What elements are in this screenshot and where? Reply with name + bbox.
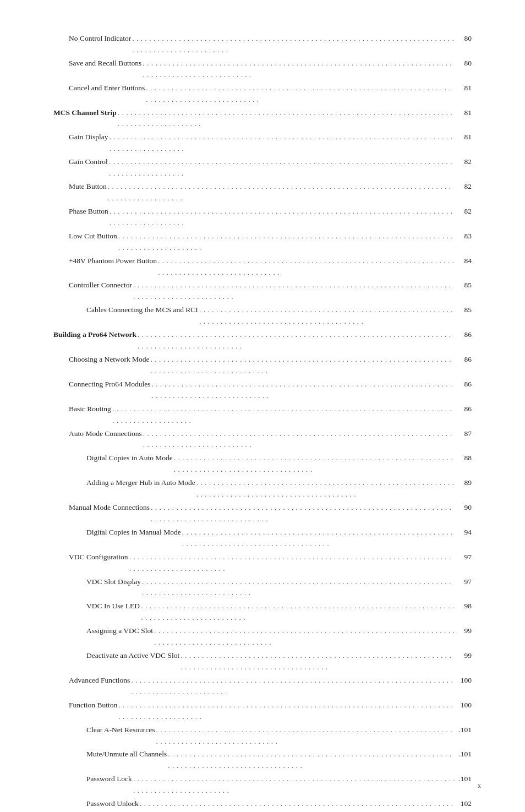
toc-dots: . . . . . . . . . . . . . . . . . . . . … (109, 156, 455, 179)
toc-label: Manual Mode Connections (69, 502, 150, 514)
toc-row: Adding a Merger Hub in Auto Mode . . . .… (53, 477, 472, 500)
toc-page: 90 (456, 502, 472, 514)
toc-page: 86 (456, 329, 472, 341)
toc-row: Password Lock . . . . . . . . . . . . . … (53, 773, 472, 797)
toc-page: 87 (456, 428, 472, 440)
toc-dots: . . . . . . . . . . . . . . . . . . . . … (182, 527, 455, 550)
toc-dots: . . . . . . . . . . . . . . . . . . . . … (152, 379, 456, 402)
toc-page: 80 (456, 58, 472, 69)
toc-dots: . . . . . . . . . . . . . . . . . . . . … (110, 206, 455, 229)
toc-page: 85 (456, 280, 472, 291)
toc-dots: . . . . . . . . . . . . . . . . . . . . … (168, 749, 455, 772)
toc-label: +48V Phantom Power Button (69, 255, 157, 267)
toc-row: Digital Copies in Auto Mode . . . . . . … (53, 453, 472, 476)
page-footer: x (478, 782, 481, 790)
toc-row: Advanced Functions . . . . . . . . . . .… (53, 675, 472, 698)
toc-row: Digital Copies in Manual Mode . . . . . … (53, 527, 472, 550)
toc-dots: . . . . . . . . . . . . . . . . . . . . … (151, 502, 455, 525)
toc-label: Mute Button (69, 181, 107, 193)
toc-page: 99 (456, 650, 472, 662)
toc-row: Cables Connecting the MCS and RCI . . . … (53, 304, 472, 328)
toc-dots: . . . . . . . . . . . . . . . . . . . . … (143, 58, 455, 81)
toc-label: Assigning a VDC Slot (86, 625, 153, 637)
toc-label: Function Button (69, 700, 117, 711)
toc-row: Phase Button . . . . . . . . . . . . . .… (53, 206, 472, 229)
toc-label: VDC In Use LED (86, 601, 140, 612)
toc-page: 98 (456, 601, 472, 612)
toc-page: 89 (456, 477, 472, 489)
toc-label: Cancel and Enter Buttons (69, 83, 145, 94)
toc-dots: . . . . . . . . . . . . . . . . . . . . … (133, 280, 455, 303)
toc-label: Deactivate an Active VDC Slot (86, 650, 179, 662)
toc-row: Mute/Unmute all Channels . . . . . . . .… (53, 749, 472, 772)
toc-row: No Control Indicator . . . . . . . . . .… (53, 33, 472, 56)
toc-row: Choosing a Network Mode . . . . . . . . … (53, 354, 472, 377)
toc-row: Function Button . . . . . . . . . . . . … (53, 700, 472, 723)
toc-row: Connecting Pro64 Modules . . . . . . . .… (53, 379, 472, 402)
toc-dots: . . . . . . . . . . . . . . . . . . . . … (131, 675, 455, 698)
toc-page: 82 (456, 181, 472, 193)
toc-label: Digital Copies in Auto Mode (86, 453, 173, 464)
toc-page: 97 (456, 552, 472, 563)
toc-page: .101 (456, 773, 472, 785)
toc-row: VDC In Use LED . . . . . . . . . . . . .… (53, 601, 472, 624)
toc-label: Controller Connector (69, 280, 132, 291)
toc-dots: . . . . . . . . . . . . . . . . . . . . … (158, 255, 455, 279)
toc-dots: . . . . . . . . . . . . . . . . . . . . … (118, 700, 455, 723)
toc-dots: . . . . . . . . . . . . . . . . . . . . … (112, 404, 455, 427)
toc-label: Cables Connecting the MCS and RCI (86, 304, 198, 316)
toc-row: Mute Button . . . . . . . . . . . . . . … (53, 181, 472, 204)
toc-page: 97 (456, 576, 472, 588)
toc-page: 85 (456, 304, 472, 316)
toc-dots: . . . . . . . . . . . . . . . . . . . . … (143, 428, 455, 451)
toc-page: .101 (456, 749, 472, 760)
toc-dots: . . . . . . . . . . . . . . . . . . . . … (174, 453, 455, 476)
toc-row: Manual Mode Connections . . . . . . . . … (53, 502, 472, 525)
toc-page: 102 (456, 798, 472, 810)
toc-label: VDC Configuration (69, 552, 128, 563)
toc-row: Auto Mode Connections . . . . . . . . . … (53, 428, 472, 451)
toc-label: MCS Channel Strip (53, 107, 117, 119)
toc-dots: . . . . . . . . . . . . . . . . . . . . … (133, 773, 455, 797)
toc-row: Gain Display . . . . . . . . . . . . . .… (53, 132, 472, 155)
toc-label: No Control Indicator (69, 33, 131, 45)
toc-dots: . . . . . . . . . . . . . . . . . . . . … (199, 304, 455, 328)
toc-page: 88 (456, 453, 472, 464)
toc-label: Low Cut Button (69, 231, 117, 242)
toc-page: 100 (456, 700, 472, 711)
toc-dots: . . . . . . . . . . . . . . . . . . . . … (181, 650, 455, 673)
toc-row: Save and Recall Buttons . . . . . . . . … (53, 58, 472, 81)
toc-label: Password Unlock (86, 798, 139, 810)
toc-row: Gain Control . . . . . . . . . . . . . .… (53, 156, 472, 179)
toc-label: Clear A-Net Resources (86, 724, 155, 736)
toc-label: Gain Display (69, 132, 108, 143)
toc-dots: . . . . . . . . . . . . . . . . . . . . … (142, 576, 455, 600)
toc-row: +48V Phantom Power Button . . . . . . . … (53, 255, 472, 279)
toc-row: VDC Configuration . . . . . . . . . . . … (53, 552, 472, 575)
toc-page: 100 (456, 675, 472, 686)
toc-dots: . . . . . . . . . . . . . . . . . . . . … (132, 33, 455, 56)
toc-row: Basic Routing . . . . . . . . . . . . . … (53, 404, 472, 427)
toc-row: Building a Pro64 Network . . . . . . . .… (53, 329, 472, 352)
toc-row: MCS Channel Strip . . . . . . . . . . . … (53, 107, 472, 130)
toc-page: .101 (456, 724, 472, 736)
toc-dots: . . . . . . . . . . . . . . . . . . . . … (129, 552, 455, 575)
toc-page: 83 (456, 231, 472, 242)
toc-page: 84 (456, 255, 472, 267)
toc-label: Building a Pro64 Network (53, 329, 136, 341)
toc-label: Choosing a Network Mode (69, 354, 150, 366)
toc-dots: . . . . . . . . . . . . . . . . . . . . … (156, 724, 455, 748)
toc-dots: . . . . . . . . . . . . . . . . . . . . … (146, 83, 455, 106)
toc-dots: . . . . . . . . . . . . . . . . . . . . … (118, 231, 455, 254)
toc-container: No Control Indicator . . . . . . . . . .… (53, 33, 472, 812)
toc-dots: . . . . . . . . . . . . . . . . . . . . … (140, 798, 455, 812)
toc-row: Controller Connector . . . . . . . . . .… (53, 280, 472, 303)
toc-row: Deactivate an Active VDC Slot . . . . . … (53, 650, 472, 673)
toc-page: 81 (456, 107, 472, 119)
toc-dots: . . . . . . . . . . . . . . . . . . . . … (110, 132, 455, 155)
toc-label: VDC Slot Display (86, 576, 141, 588)
toc-dots: . . . . . . . . . . . . . . . . . . . . … (118, 107, 455, 130)
toc-page: 94 (456, 527, 472, 538)
toc-row: Low Cut Button . . . . . . . . . . . . .… (53, 231, 472, 254)
toc-dots: . . . . . . . . . . . . . . . . . . . . … (196, 477, 455, 500)
